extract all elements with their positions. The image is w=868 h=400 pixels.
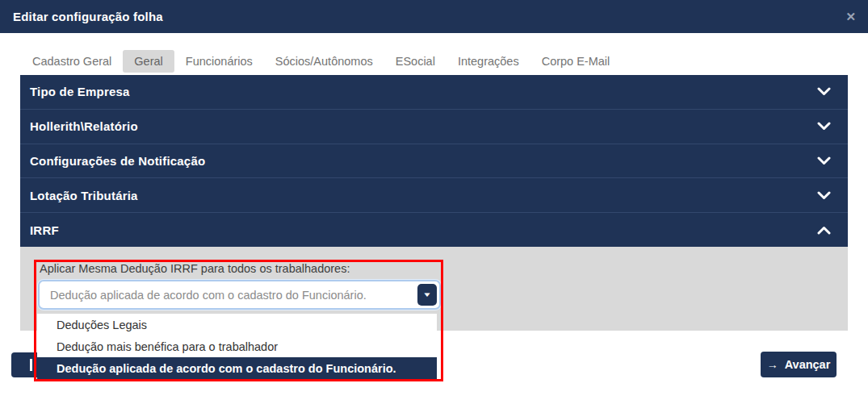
option-deducoes-legais[interactable]: Deduções Legais — [37, 314, 437, 335]
accordion-label: Configurações de Notificação — [30, 154, 205, 168]
accordion-label: Tipo de Empresa — [30, 85, 130, 98]
chevron-down-icon — [817, 191, 831, 200]
select-options-list: Deduções Legais Dedução mais benéfica pa… — [37, 314, 437, 379]
chevron-down-icon — [817, 122, 831, 131]
accordion-header-irrf[interactable]: IRRF — [20, 212, 848, 247]
arrow-right-icon: → — [767, 358, 778, 371]
accordion-header-tipo-de-empresa[interactable]: Tipo de Empresa — [20, 75, 848, 109]
modal-titlebar: Editar configuração folha — [0, 0, 868, 33]
tab-funcionarios[interactable]: Funcionários — [174, 50, 264, 73]
modal-title: Editar configuração folha — [13, 10, 163, 23]
accordion-label: IRRF — [30, 223, 59, 237]
chevron-up-icon — [817, 226, 831, 235]
option-deducao-cadastro-funcionario[interactable]: Dedução aplicada de acordo com o cadastr… — [37, 357, 437, 379]
caret-down-icon: ▼ — [422, 291, 432, 298]
accordion-header-hollerith-relatorio[interactable]: Hollerith\Relatório — [20, 109, 848, 144]
tab-integracoes[interactable]: Integrações — [447, 50, 530, 73]
accordion-label: Lotação Tributária — [30, 189, 138, 202]
tab-esocial[interactable]: ESocial — [384, 50, 447, 73]
close-icon[interactable]: ✕ — [845, 0, 856, 33]
select-dropdown-button[interactable]: ▼ — [417, 284, 437, 306]
back-button-icon-fragment — [30, 359, 32, 371]
advance-button-label: Avançar — [785, 358, 831, 371]
accordion-header-lotacao-tributaria[interactable]: Lotação Tributária — [20, 177, 848, 212]
irrf-deduction-select[interactable]: Dedução aplicada de acordo com o cadastr… — [38, 280, 441, 310]
chevron-down-icon — [817, 156, 831, 165]
tab-bar: Cadastro Geral Geral Funcionários Sócios… — [21, 49, 621, 73]
irrf-field-label: Aplicar Mesma Dedução IRRF para todos os… — [40, 262, 350, 275]
tab-cadastro-geral[interactable]: Cadastro Geral — [21, 50, 123, 73]
select-value: Dedução aplicada de acordo com o cadastr… — [40, 289, 439, 302]
tab-geral[interactable]: Geral — [123, 50, 174, 73]
tab-socios-autonomos[interactable]: Sócios/Autônomos — [264, 50, 384, 73]
chevron-down-icon — [817, 87, 831, 96]
advance-button[interactable]: → Avançar — [761, 352, 837, 377]
accordion-label: Hollerith\Relatório — [30, 119, 138, 133]
tab-corpo-email[interactable]: Corpo E-Mail — [530, 50, 622, 73]
option-deducao-mais-benefica[interactable]: Dedução mais benéfica para o trabalhador — [37, 335, 437, 357]
accordion: Tipo de Empresa Hollerith\Relatório Conf… — [20, 75, 848, 247]
accordion-header-configuracoes-notificacao[interactable]: Configurações de Notificação — [20, 144, 848, 178]
